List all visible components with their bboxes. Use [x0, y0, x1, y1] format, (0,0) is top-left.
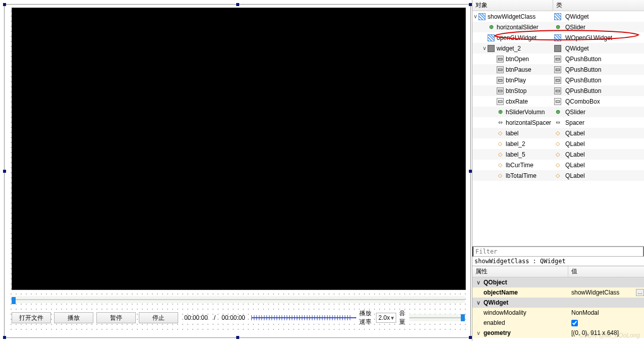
- edit-button[interactable]: …: [636, 289, 644, 296]
- object-name: label_5: [506, 151, 525, 158]
- tree-header-class[interactable]: 类: [553, 0, 644, 11]
- label-icon: ◇: [497, 162, 504, 169]
- opengl-video-widget[interactable]: [12, 8, 466, 290]
- property-row-enabled[interactable]: enabled: [472, 318, 644, 328]
- button-icon: ▭: [554, 66, 561, 73]
- resize-handle[interactable]: [469, 336, 472, 339]
- class-name: QPushButton: [565, 56, 601, 63]
- label-icon: ◇: [554, 130, 561, 137]
- widget-icon: [488, 34, 495, 41]
- resize-handle[interactable]: [236, 3, 239, 6]
- tree-row[interactable]: ◇label_5◇QLabel: [472, 149, 644, 160]
- pause-button[interactable]: 暂停: [96, 312, 136, 323]
- tree-row[interactable]: ∨widget_2QWidget: [472, 43, 644, 54]
- tree-row[interactable]: ∨showWidgetClassQWidget: [472, 11, 644, 22]
- tree-row[interactable]: ▭btnOpen▭QPushButton: [472, 54, 644, 64]
- object-name: lbCurTime: [506, 162, 533, 169]
- property-group-qobject[interactable]: ∨QObject: [472, 277, 644, 287]
- button-icon: ▭: [497, 66, 504, 73]
- button-icon: ▭: [554, 77, 561, 84]
- tree-row[interactable]: openGLWidgetWOpenGLWidget: [472, 32, 644, 43]
- button-icon: ▭: [497, 56, 504, 63]
- play-button[interactable]: 播放: [54, 312, 93, 323]
- widget-icon: [478, 13, 486, 20]
- volume-slider[interactable]: [409, 314, 465, 321]
- object-tree[interactable]: 对象 类 ∨showWidgetClassQWidget⊕horizontalS…: [472, 0, 644, 247]
- expander-icon[interactable]: ∨: [472, 13, 478, 20]
- tree-row[interactable]: ▭cbxRate▭QComboBox: [472, 96, 644, 107]
- enabled-checkbox[interactable]: [571, 320, 578, 326]
- resize-handle[interactable]: [3, 170, 6, 173]
- rate-combo[interactable]: 2.0x ▼: [376, 313, 397, 323]
- label-icon: ◇: [497, 140, 504, 148]
- property-filter-input[interactable]: [472, 247, 644, 257]
- total-time-label: 00:00:00: [219, 314, 248, 321]
- property-row-windowmodality[interactable]: windowModality NonModal: [472, 308, 644, 318]
- tree-row[interactable]: ⊕hSliderVolumn⊕QSlider: [472, 107, 644, 117]
- resize-handle[interactable]: [469, 170, 472, 173]
- form-widget[interactable]: 打开文件 播放 暂停 停止 00:00:00 / 00:00:00 播放速率 2…: [4, 4, 471, 338]
- tree-row[interactable]: ◇lbTotalTime◇QLabel: [472, 170, 644, 181]
- resize-handle[interactable]: [469, 3, 472, 6]
- spacer-icon: ⇔: [554, 119, 561, 126]
- property-row-geometry[interactable]: ∨geometry [(0, 0), 911 x 648]: [472, 328, 644, 338]
- chevron-down-icon: ▼: [390, 315, 395, 321]
- button-icon: ▭: [554, 56, 561, 63]
- object-name: openGLWidget: [497, 34, 536, 41]
- resize-handle[interactable]: [236, 336, 239, 339]
- object-name: label_2: [506, 140, 525, 148]
- label-icon: ◇: [497, 130, 504, 137]
- tree-row[interactable]: ▭btnStop▭QPushButton: [472, 85, 644, 96]
- open-file-button[interactable]: 打开文件: [12, 312, 51, 323]
- designer-canvas[interactable]: 打开文件 播放 暂停 停止 00:00:00 / 00:00:00 播放速率 2…: [0, 0, 472, 341]
- tree-row[interactable]: ◇label_2◇QLabel: [472, 138, 644, 149]
- class-name: QLabel: [565, 151, 585, 158]
- resize-handle[interactable]: [3, 336, 6, 339]
- property-header-value[interactable]: 值: [568, 266, 580, 277]
- class-name: QLabel: [565, 162, 585, 169]
- resize-handle[interactable]: [3, 3, 6, 6]
- class-name: QSlider: [565, 109, 585, 116]
- slider-handle[interactable]: [12, 297, 16, 304]
- controls-bar: 打开文件 播放 暂停 停止 00:00:00 / 00:00:00 播放速率 2…: [12, 312, 465, 324]
- tree-row[interactable]: ⊕horizontalSlider⊕QSlider: [472, 22, 644, 32]
- property-header: 属性 值: [472, 266, 644, 277]
- slider-handle[interactable]: [461, 314, 465, 321]
- tree-row[interactable]: ▭btnPlay▭QPushButton: [472, 75, 644, 85]
- property-header-name[interactable]: 属性: [472, 266, 568, 277]
- class-name: QComboBox: [565, 98, 600, 105]
- stop-button[interactable]: 停止: [139, 312, 178, 323]
- class-name: QSlider: [565, 24, 585, 31]
- horizontal-slider[interactable]: [12, 296, 465, 303]
- tree-row[interactable]: ⇔horizontalSpacer⇔Spacer: [472, 117, 644, 128]
- widget-icon: [554, 13, 561, 20]
- current-time-label: 00:00:00: [181, 314, 211, 321]
- tree-header-object[interactable]: 对象: [472, 0, 553, 11]
- chevron-down-icon: ∨: [475, 300, 481, 306]
- class-name: QPushButton: [565, 77, 601, 84]
- tree-row[interactable]: ◇label◇QLabel: [472, 128, 644, 138]
- slider-icon: ⊕: [554, 109, 561, 116]
- tree-row[interactable]: ◇lbCurTime◇QLabel: [472, 160, 644, 170]
- class-name: QPushButton: [565, 66, 601, 73]
- tree-header: 对象 类: [472, 0, 644, 11]
- object-name: btnStop: [506, 87, 526, 94]
- object-name: cbxRate: [506, 98, 528, 105]
- inspector-panel: 对象 类 ∨showWidgetClassQWidget⊕horizontalS…: [472, 0, 644, 341]
- label-icon: ◇: [554, 151, 561, 158]
- property-row-objectname[interactable]: objectName showWidgetClass…: [472, 287, 644, 298]
- object-name: btnOpen: [506, 56, 529, 63]
- label-icon: ◇: [497, 172, 504, 179]
- rate-ticks[interactable]: [251, 314, 356, 322]
- property-group-qwidget[interactable]: ∨QWidget: [472, 298, 644, 308]
- object-name: btnPause: [506, 66, 531, 73]
- property-breadcrumb: showWidgetClass : QWidget: [472, 257, 644, 266]
- rate-label: 播放速率: [359, 309, 373, 326]
- expander-icon[interactable]: ∨: [481, 45, 488, 52]
- object-name: horizontalSlider: [497, 24, 539, 31]
- button-icon: ▭: [497, 87, 504, 94]
- class-name: QWidget: [565, 13, 589, 20]
- class-name: QLabel: [565, 172, 585, 179]
- combo-icon: ▭: [554, 98, 561, 105]
- tree-row[interactable]: ▭btnPause▭QPushButton: [472, 64, 644, 75]
